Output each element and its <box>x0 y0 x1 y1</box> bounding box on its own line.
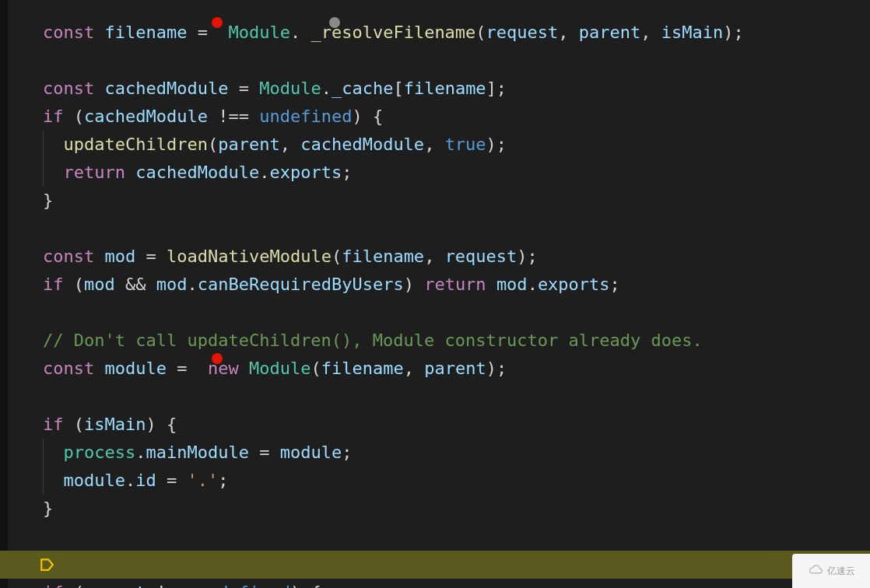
code-line[interactable]: if (isMain) { <box>0 411 870 439</box>
code-line[interactable]: updateChildren(parent, cachedModule, tru… <box>0 131 870 159</box>
code-line[interactable]: if (mod && mod.canBeRequiredByUsers) ret… <box>0 271 870 299</box>
code-line[interactable]: if (parent !== undefined) { <box>0 579 870 588</box>
code-line[interactable]: module.id = '.'; <box>0 467 870 495</box>
comment: // Don't call updateChildren(), Module c… <box>43 331 703 350</box>
code-line[interactable]: } <box>0 495 870 523</box>
code-editor[interactable]: const filename = Module. _resolveFilenam… <box>0 0 870 588</box>
code-line[interactable] <box>0 383 870 411</box>
watermark-text: 亿速云 <box>827 565 855 578</box>
current-execution-line[interactable]: Module._cache[filename] = module; <box>0 551 870 579</box>
code-line[interactable] <box>0 523 870 551</box>
cloud-icon <box>807 562 824 579</box>
breakpoint-icon[interactable] <box>212 353 223 364</box>
code-line[interactable] <box>0 215 870 243</box>
code-line[interactable] <box>0 47 870 75</box>
code-lines: const filename = Module. _resolveFilenam… <box>0 0 870 588</box>
code-line[interactable]: } <box>0 187 870 215</box>
code-line[interactable]: const filename = Module. _resolveFilenam… <box>0 19 870 47</box>
execution-pointer-icon <box>40 558 54 572</box>
disabled-breakpoint-icon[interactable] <box>329 17 340 28</box>
keyword: const <box>43 23 94 42</box>
code-line[interactable]: const cachedModule = Module._cache[filen… <box>0 75 870 103</box>
code-line[interactable]: const mod = loadNativeModule(filename, r… <box>0 243 870 271</box>
code-line[interactable] <box>0 299 870 327</box>
code-line[interactable]: process.mainModule = module; <box>0 439 870 467</box>
breakpoint-icon[interactable] <box>212 17 223 28</box>
code-line[interactable]: if (cachedModule !== undefined) { <box>0 103 870 131</box>
identifier: filename <box>104 23 187 42</box>
watermark: 亿速云 <box>792 554 870 588</box>
class-name: Module <box>228 23 289 42</box>
code-line[interactable]: // Don't call updateChildren(), Module c… <box>0 327 870 355</box>
code-line[interactable]: return cachedModule.exports; <box>0 159 870 187</box>
code-line[interactable]: const module = new Module(filename, pare… <box>0 355 870 383</box>
